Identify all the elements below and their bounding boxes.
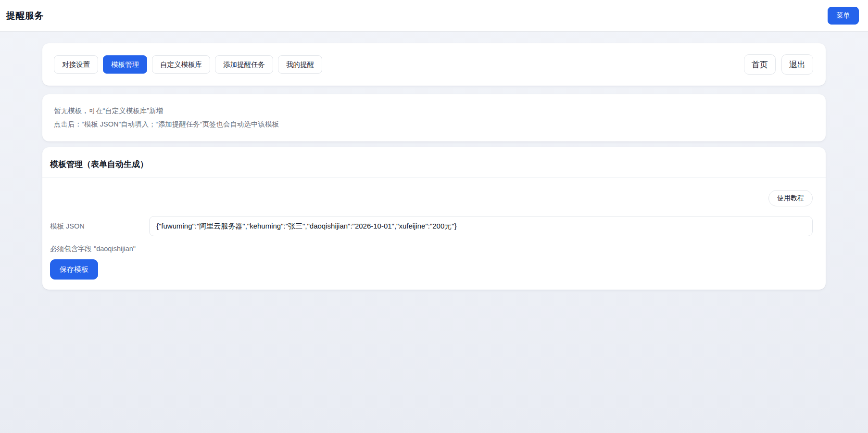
section-title: 模板管理（表单自动生成） (50, 159, 818, 170)
nav-group: 首页 退出 (744, 54, 813, 75)
section-body: 使用教程 模板 JSON 必须包含字段 "daoqishijian" 保存模板 (42, 178, 826, 280)
tab-connection-settings[interactable]: 对接设置 (54, 55, 98, 74)
required-field-note: 必须包含字段 "daoqishijian" (50, 244, 813, 254)
app-title: 提醒服务 (6, 10, 44, 22)
tutorial-button[interactable]: 使用教程 (768, 190, 813, 206)
template-json-label: 模板 JSON (50, 222, 149, 231)
tutorial-row: 使用教程 (50, 190, 813, 206)
section-header: 模板管理（表单自动生成） (42, 147, 826, 178)
page-container: 对接设置 模板管理 自定义模板库 添加提醒任务 我的提醒 首页 退出 暂无模板，… (0, 32, 868, 290)
hint-card: 暂无模板，可在“自定义模板库”新增 点击后：“模板 JSON”自动填入；“添加提… (42, 94, 826, 141)
exit-button[interactable]: 退出 (781, 54, 813, 75)
template-json-input[interactable] (149, 216, 813, 236)
tab-custom-template-library[interactable]: 自定义模板库 (152, 55, 210, 74)
home-button[interactable]: 首页 (744, 54, 776, 75)
app-header: 提醒服务 菜单 (0, 0, 868, 32)
hint-line-2: 点击后：“模板 JSON”自动填入；“添加提醒任务”页签也会自动选中该模板 (54, 117, 814, 131)
template-json-row: 模板 JSON (50, 216, 813, 236)
tabbar-card: 对接设置 模板管理 自定义模板库 添加提醒任务 我的提醒 首页 退出 (42, 43, 826, 86)
tab-template-management[interactable]: 模板管理 (103, 55, 147, 74)
save-template-button[interactable]: 保存模板 (50, 259, 98, 280)
hint-line-1: 暂无模板，可在“自定义模板库”新增 (54, 104, 814, 117)
tab-add-reminder-task[interactable]: 添加提醒任务 (215, 55, 273, 74)
template-management-card: 模板管理（表单自动生成） 使用教程 模板 JSON 必须包含字段 "daoqis… (42, 147, 826, 290)
tab-group: 对接设置 模板管理 自定义模板库 添加提醒任务 我的提醒 (54, 55, 322, 74)
menu-button[interactable]: 菜单 (828, 7, 859, 25)
tab-my-reminders[interactable]: 我的提醒 (278, 55, 322, 74)
